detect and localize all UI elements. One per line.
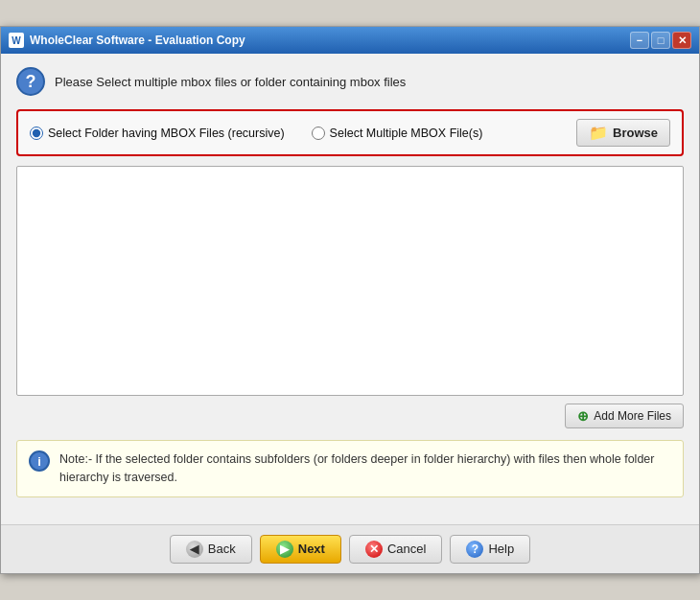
add-more-row: ⊕ Add More Files (16, 404, 684, 428)
file-list-area (16, 166, 684, 396)
cancel-icon: ✕ (365, 541, 383, 558)
note-text: Note:- If the selected folder contains s… (59, 450, 671, 487)
app-icon: W (9, 33, 24, 48)
back-button[interactable]: ◀ Back (170, 535, 252, 564)
next-button[interactable]: ▶ Next (260, 535, 341, 564)
window-title: WholeClear Software - Evaluation Copy (30, 34, 245, 47)
footer-bar: ◀ Back ▶ Next ✕ Cancel ? Help (1, 524, 699, 573)
add-more-label: Add More Files (594, 409, 671, 423)
maximize-button[interactable]: □ (651, 32, 670, 49)
close-button[interactable]: ✕ (672, 32, 691, 49)
cancel-button[interactable]: ✕ Cancel (349, 535, 442, 564)
main-window: W WholeClear Software - Evaluation Copy … (0, 26, 700, 574)
radio-folder-label: Select Folder having MBOX Files (recursi… (48, 127, 285, 140)
add-more-button[interactable]: ⊕ Add More Files (565, 404, 684, 428)
header-message: Please Select multiple mbox files or fol… (55, 75, 406, 89)
back-label: Back (208, 542, 236, 556)
browse-label: Browse (613, 126, 658, 140)
next-label: Next (298, 542, 325, 556)
window-body: ? Please Select multiple mbox files or f… (1, 54, 699, 524)
help-label: Help (488, 542, 514, 556)
title-bar-left: W WholeClear Software - Evaluation Copy (9, 33, 245, 48)
title-bar-controls: − □ ✕ (630, 32, 691, 49)
help-icon: ? (466, 541, 483, 558)
cancel-label: Cancel (387, 542, 426, 556)
radio-folder[interactable] (30, 127, 43, 140)
radio-files[interactable] (312, 127, 325, 140)
radio-option-folder[interactable]: Select Folder having MBOX Files (recursi… (30, 127, 285, 140)
note-icon: i (29, 450, 50, 472)
radio-group: Select Folder having MBOX Files (recursi… (30, 127, 561, 140)
title-bar: W WholeClear Software - Evaluation Copy … (1, 27, 699, 54)
selection-bar: Select Folder having MBOX Files (recursi… (16, 109, 684, 156)
back-icon: ◀ (186, 541, 203, 558)
add-icon: ⊕ (577, 408, 589, 424)
radio-option-files[interactable]: Select Multiple MBOX File(s) (312, 127, 483, 140)
browse-button[interactable]: 📁 Browse (576, 119, 670, 147)
header-row: ? Please Select multiple mbox files or f… (16, 67, 684, 96)
radio-files-label: Select Multiple MBOX File(s) (330, 127, 483, 140)
note-box: i Note:- If the selected folder contains… (16, 440, 684, 497)
next-icon: ▶ (276, 541, 293, 558)
question-icon: ? (16, 67, 45, 96)
folder-icon: 📁 (589, 124, 608, 142)
minimize-button[interactable]: − (630, 32, 649, 49)
help-button[interactable]: ? Help (450, 535, 530, 564)
